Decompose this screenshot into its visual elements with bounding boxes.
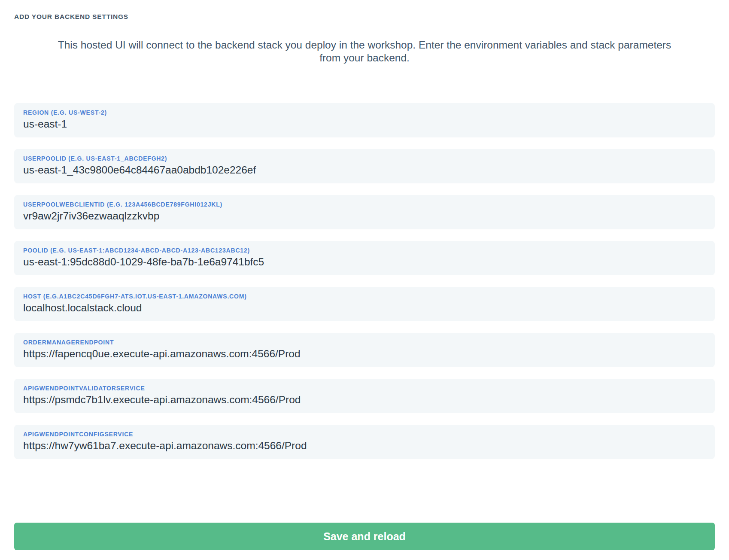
page-title: ADD YOUR BACKEND SETTINGS — [14, 13, 715, 21]
field-ordermanagerendpoint-label: ORDERMANAGERENDPOINT — [23, 338, 706, 346]
field-apigwendpointvalidatorservice-input[interactable] — [23, 393, 706, 407]
field-ordermanagerendpoint: ORDERMANAGERENDPOINT — [14, 333, 715, 367]
field-poolid-label: POOLID (E.G. US-EAST-1:ABCD1234-ABCD-ABC… — [23, 247, 706, 254]
field-userpoolid: USERPOOLID (E.G. US-EAST-1_ABCDEFGH2) — [14, 149, 715, 183]
save-and-reload-button[interactable]: Save and reload — [14, 523, 715, 550]
field-host: HOST (E.G.A1BC2C45D6FGH7-ATS.IOT.US-EAST… — [14, 287, 715, 321]
field-host-label: HOST (E.G.A1BC2C45D6FGH7-ATS.IOT.US-EAST… — [23, 292, 706, 300]
settings-form: REGION (E.G. US-WEST-2) USERPOOLID (E.G.… — [14, 103, 715, 459]
field-poolid: POOLID (E.G. US-EAST-1:ABCD1234-ABCD-ABC… — [14, 241, 715, 275]
field-userpoolid-input[interactable] — [23, 163, 706, 177]
field-userpoolwebclientid-label: USERPOOLWEBCLIENTID (E.G. 123A456BCDE789… — [23, 201, 706, 208]
field-region-label: REGION (E.G. US-WEST-2) — [23, 109, 706, 116]
backend-settings-page: ADD YOUR BACKEND SETTINGS This hosted UI… — [0, 0, 729, 560]
field-apigwendpointconfigservice-label: APIGWENDPOINTCONFIGSERVICE — [23, 430, 706, 438]
field-apigwendpointvalidatorservice-label: APIGWENDPOINTVALIDATORSERVICE — [23, 384, 706, 392]
field-poolid-input[interactable] — [23, 255, 706, 269]
field-userpoolid-label: USERPOOLID (E.G. US-EAST-1_ABCDEFGH2) — [23, 155, 706, 162]
field-apigwendpointvalidatorservice: APIGWENDPOINTVALIDATORSERVICE — [14, 379, 715, 413]
field-userpoolwebclientid-input[interactable] — [23, 209, 706, 223]
field-region: REGION (E.G. US-WEST-2) — [14, 103, 715, 137]
field-host-input[interactable] — [23, 301, 706, 315]
field-ordermanagerendpoint-input[interactable] — [23, 347, 706, 361]
field-apigwendpointconfigservice-input[interactable] — [23, 439, 706, 453]
field-region-input[interactable] — [23, 117, 706, 131]
field-userpoolwebclientid: USERPOOLWEBCLIENTID (E.G. 123A456BCDE789… — [14, 195, 715, 229]
field-apigwendpointconfigservice: APIGWENDPOINTCONFIGSERVICE — [14, 425, 715, 459]
page-description: This hosted UI will connect to the backe… — [47, 39, 682, 64]
